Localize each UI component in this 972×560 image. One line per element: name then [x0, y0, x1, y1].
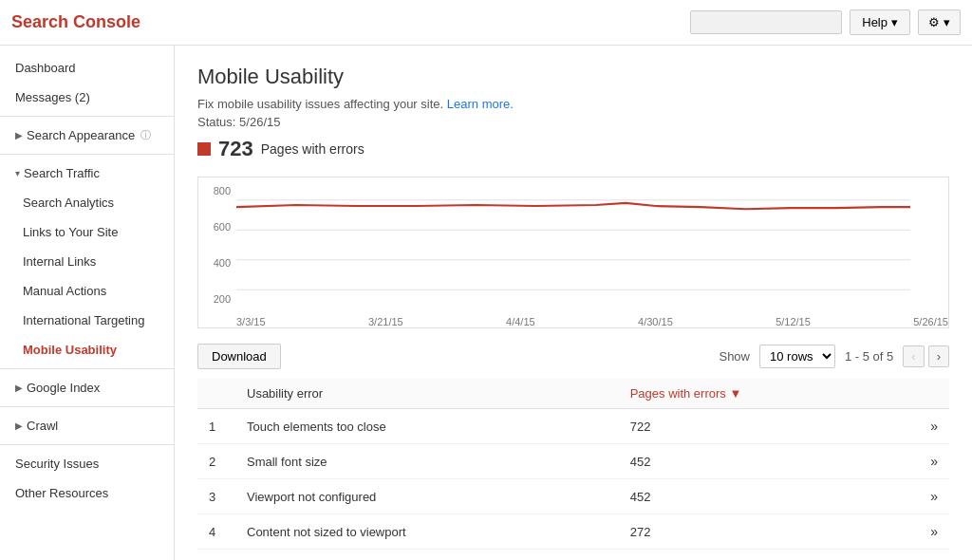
page-title: Mobile Usability [197, 65, 949, 89]
sidebar-divider [0, 406, 174, 407]
expand-arrow-icon: ▶ [15, 130, 23, 140]
chart-svg [236, 185, 910, 305]
sidebar-item-security-issues[interactable]: Security Issues [0, 449, 174, 478]
settings-button[interactable]: ⚙ ▾ [918, 9, 961, 35]
search-input[interactable] [690, 10, 842, 34]
x-label: 4/4/15 [506, 316, 535, 327]
sidebar-item-search-appearance[interactable]: ▶ Search Appearance ⓘ [0, 121, 174, 150]
sidebar-item-search-analytics[interactable]: Search Analytics [0, 188, 174, 217]
chart-container: 800 600 400 200 3/3/15 3/21/15 [197, 177, 949, 328]
topbar: Search Console Help ▾ ⚙ ▾ [0, 0, 972, 46]
sidebar-item-internal-links[interactable]: Internal Links [0, 247, 174, 276]
error-color-indicator [197, 142, 211, 156]
table-row: 1 Touch elements too close 722 » [197, 409, 949, 444]
gear-chevron-icon: ▾ [944, 15, 950, 29]
x-label: 3/3/15 [236, 316, 266, 327]
sidebar-item-google-index[interactable]: ▶ Google Index [0, 373, 174, 402]
content-area: Mobile Usability Fix mobile usability is… [175, 46, 972, 560]
y-label: 800 [214, 185, 231, 196]
row-pages: 452 [619, 479, 902, 514]
col-pages[interactable]: Pages with errors ▼ [619, 379, 902, 409]
sidebar-item-mobile-usability[interactable]: Mobile Usability [0, 335, 174, 364]
topbar-right: Help ▾ ⚙ ▾ [690, 9, 961, 35]
help-button[interactable]: Help ▾ [850, 9, 910, 35]
row-pages: 722 [619, 409, 902, 444]
table-header-row: Usability error Pages with errors ▼ [197, 379, 949, 409]
sidebar-item-dashboard[interactable]: Dashboard [0, 53, 174, 83]
download-button[interactable]: Download [197, 344, 281, 369]
sidebar-item-crawl[interactable]: ▶ Crawl [0, 411, 174, 440]
rows-select[interactable]: 10 rows 25 rows 50 rows [759, 345, 835, 368]
sidebar-item-label: International Targeting [23, 313, 144, 327]
info-icon: ⓘ [140, 128, 151, 142]
help-label: Help [862, 15, 888, 29]
error-label: Pages with errors [261, 141, 364, 157]
sidebar-item-label: Search Traffic [24, 166, 100, 180]
sidebar-item-manual-actions[interactable]: Manual Actions [0, 276, 174, 306]
x-label: 4/30/15 [638, 316, 673, 327]
pagination-nav: ‹ › [903, 345, 949, 367]
row-pages: 452 [619, 444, 902, 479]
app-logo: Search Console [11, 12, 690, 32]
sidebar-divider [0, 116, 174, 117]
row-action[interactable]: » [902, 444, 949, 479]
subtitle-text: Fix mobile usability issues affecting yo… [197, 97, 443, 111]
row-error: Touch elements too close [235, 409, 619, 444]
sidebar-item-search-traffic[interactable]: ▾ Search Traffic [0, 159, 174, 188]
row-action[interactable]: » [902, 550, 949, 561]
row-number: 5 [197, 550, 235, 561]
sidebar-item-links-to-site[interactable]: Links to Your Site [0, 217, 174, 247]
table-row: 4 Content not sized to viewport 272 » [197, 514, 949, 550]
row-error: Content not sized to viewport [235, 514, 619, 550]
sidebar: Dashboard Messages (2) ▶ Search Appearan… [0, 46, 175, 560]
table-row: 3 Viewport not configured 452 » [197, 479, 949, 514]
table-pagination: Show 10 rows 25 rows 50 rows 1 - 5 of 5 … [719, 345, 949, 368]
data-table: Usability error Pages with errors ▼ 1 To… [197, 379, 949, 560]
sidebar-item-label: Dashboard [15, 61, 76, 75]
x-label: 5/26/15 [913, 316, 948, 327]
x-label: 3/21/15 [368, 316, 403, 327]
sidebar-item-label: Links to Your Site [23, 225, 118, 239]
prev-page-button[interactable]: ‹ [903, 345, 924, 367]
y-label: 200 [214, 293, 231, 305]
next-page-button[interactable]: › [928, 345, 949, 367]
main-layout: Dashboard Messages (2) ▶ Search Appearan… [0, 46, 972, 560]
table-row: 5 Flash usage 9 » [197, 550, 949, 561]
row-action[interactable]: » [902, 514, 949, 550]
expand-arrow-icon: ▶ [15, 383, 23, 393]
sidebar-item-messages[interactable]: Messages (2) [0, 83, 174, 112]
sidebar-item-other-resources[interactable]: Other Resources [0, 478, 174, 508]
row-number: 3 [197, 479, 235, 514]
row-error: Small font size [235, 444, 619, 479]
sidebar-item-label: Search Analytics [23, 196, 114, 210]
sidebar-item-intl-targeting[interactable]: International Targeting [0, 306, 174, 335]
col-action [902, 379, 949, 409]
error-count: 723 [218, 137, 253, 161]
expand-arrow-icon: ▾ [15, 168, 20, 178]
sidebar-item-label: Manual Actions [23, 284, 106, 298]
row-pages: 272 [619, 514, 902, 550]
row-number: 1 [197, 409, 235, 444]
sidebar-divider [0, 444, 174, 445]
gear-icon: ⚙ [928, 15, 940, 29]
row-number: 2 [197, 444, 235, 479]
table-controls: Download Show 10 rows 25 rows 50 rows 1 … [197, 344, 949, 379]
sidebar-divider [0, 368, 174, 369]
sidebar-item-label: Mobile Usability [23, 343, 117, 357]
chart-y-labels: 800 600 400 200 [198, 185, 236, 305]
sidebar-item-label: Other Resources [15, 486, 108, 500]
sidebar-item-label: Security Issues [15, 457, 99, 471]
row-action[interactable]: » [902, 479, 949, 514]
sidebar-item-label: Messages (2) [15, 90, 90, 104]
row-action[interactable]: » [902, 409, 949, 444]
y-label: 400 [214, 257, 231, 269]
y-label: 600 [214, 221, 231, 233]
help-chevron-icon: ▾ [891, 15, 898, 29]
chart-x-labels: 3/3/15 3/21/15 4/4/15 4/30/15 5/12/15 5/… [236, 316, 948, 327]
learn-more-link[interactable]: Learn more. [447, 97, 514, 111]
row-pages: 9 [619, 550, 902, 561]
sidebar-item-label: Google Index [27, 381, 100, 395]
sidebar-item-label: Internal Links [23, 254, 96, 269]
pagination-info: 1 - 5 of 5 [845, 349, 893, 364]
sidebar-divider [0, 154, 174, 155]
